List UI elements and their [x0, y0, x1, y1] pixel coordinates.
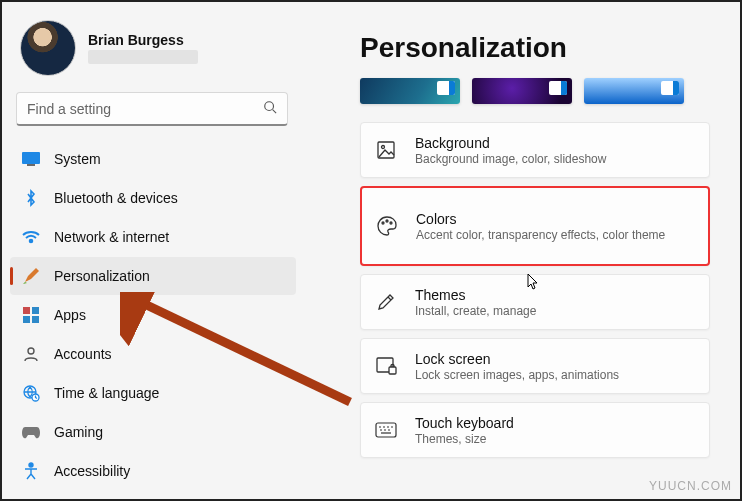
sidebar-item-accounts[interactable]: Accounts	[10, 335, 296, 373]
svg-point-0	[265, 102, 274, 111]
card-title: Colors	[416, 211, 665, 227]
pencil-icon	[375, 291, 397, 313]
card-text: Lock screen Lock screen images, apps, an…	[415, 351, 619, 382]
card-desc: Background image, color, slideshow	[415, 152, 606, 166]
card-text: Colors Accent color, transparency effect…	[416, 211, 665, 242]
lock-screen-icon	[375, 355, 397, 377]
svg-point-15	[382, 222, 384, 224]
svg-rect-8	[32, 316, 39, 323]
image-icon	[375, 139, 397, 161]
bluetooth-icon	[22, 189, 40, 207]
card-desc: Lock screen images, apps, animations	[415, 368, 619, 382]
card-text: Touch keyboard Themes, size	[415, 415, 514, 446]
svg-rect-2	[22, 152, 40, 164]
sidebar-item-label: Gaming	[54, 424, 103, 440]
sidebar-item-label: Bluetooth & devices	[54, 190, 178, 206]
svg-rect-6	[32, 307, 39, 314]
card-themes[interactable]: Themes Install, create, manage	[360, 274, 710, 330]
card-text: Themes Install, create, manage	[415, 287, 536, 318]
sidebar: Brian Burgess Find a setting System Blue…	[2, 2, 302, 499]
svg-point-14	[382, 146, 385, 149]
profile-text: Brian Burgess	[88, 32, 198, 64]
sidebar-item-label: Time & language	[54, 385, 159, 401]
card-desc: Install, create, manage	[415, 304, 536, 318]
keyboard-icon	[375, 419, 397, 441]
profile-name: Brian Burgess	[88, 32, 198, 48]
accessibility-icon	[22, 462, 40, 480]
sidebar-item-gaming[interactable]: Gaming	[10, 413, 296, 451]
svg-rect-5	[23, 307, 30, 314]
sidebar-item-network[interactable]: Network & internet	[10, 218, 296, 256]
gamepad-icon	[22, 423, 40, 441]
sidebar-item-personalization[interactable]: Personalization	[10, 257, 296, 295]
svg-point-9	[28, 348, 34, 354]
card-title: Touch keyboard	[415, 415, 514, 431]
avatar	[20, 20, 76, 76]
card-touch-keyboard[interactable]: Touch keyboard Themes, size	[360, 402, 710, 458]
sidebar-item-label: Network & internet	[54, 229, 169, 245]
sidebar-item-accessibility[interactable]: Accessibility	[10, 452, 296, 490]
main-content: Personalization Background Background im…	[360, 2, 740, 499]
wifi-icon	[22, 228, 40, 246]
card-desc: Accent color, transparency effects, colo…	[416, 228, 665, 242]
svg-point-4	[30, 240, 33, 243]
paintbrush-icon	[22, 267, 40, 285]
watermark: YUUCN.COM	[649, 479, 732, 493]
palette-icon	[376, 215, 398, 237]
card-desc: Themes, size	[415, 432, 514, 446]
svg-point-16	[386, 220, 388, 222]
sidebar-item-bluetooth[interactable]: Bluetooth & devices	[10, 179, 296, 217]
card-title: Themes	[415, 287, 536, 303]
svg-line-1	[273, 110, 277, 114]
theme-thumbnails	[360, 78, 740, 104]
svg-rect-7	[23, 316, 30, 323]
sidebar-nav: System Bluetooth & devices Network & int…	[10, 140, 302, 490]
settings-cards: Background Background image, color, slid…	[360, 122, 740, 458]
card-colors[interactable]: Colors Accent color, transparency effect…	[360, 186, 710, 266]
theme-thumbnail[interactable]	[472, 78, 572, 104]
svg-rect-3	[27, 164, 35, 166]
svg-point-17	[390, 222, 392, 224]
card-title: Background	[415, 135, 606, 151]
search-placeholder: Find a setting	[27, 101, 111, 117]
sidebar-item-time-language[interactable]: Time & language	[10, 374, 296, 412]
search-wrap: Find a setting	[10, 82, 302, 134]
search-input[interactable]: Find a setting	[16, 92, 288, 126]
svg-rect-19	[389, 367, 396, 374]
accounts-icon	[22, 345, 40, 363]
card-text: Background Background image, color, slid…	[415, 135, 606, 166]
globe-clock-icon	[22, 384, 40, 402]
card-lockscreen[interactable]: Lock screen Lock screen images, apps, an…	[360, 338, 710, 394]
profile-block[interactable]: Brian Burgess	[10, 14, 302, 82]
theme-thumbnail[interactable]	[584, 78, 684, 104]
svg-point-12	[29, 463, 33, 467]
search-icon	[263, 100, 277, 117]
sidebar-item-label: Personalization	[54, 268, 150, 284]
apps-icon	[22, 306, 40, 324]
card-background[interactable]: Background Background image, color, slid…	[360, 122, 710, 178]
card-title: Lock screen	[415, 351, 619, 367]
sidebar-item-system[interactable]: System	[10, 140, 296, 178]
sidebar-item-apps[interactable]: Apps	[10, 296, 296, 334]
sidebar-item-label: System	[54, 151, 101, 167]
profile-email-placeholder	[88, 50, 198, 64]
page-title: Personalization	[360, 32, 740, 64]
sidebar-item-label: Accounts	[54, 346, 112, 362]
sidebar-item-label: Apps	[54, 307, 86, 323]
system-icon	[22, 150, 40, 168]
theme-thumbnail[interactable]	[360, 78, 460, 104]
sidebar-item-label: Accessibility	[54, 463, 130, 479]
